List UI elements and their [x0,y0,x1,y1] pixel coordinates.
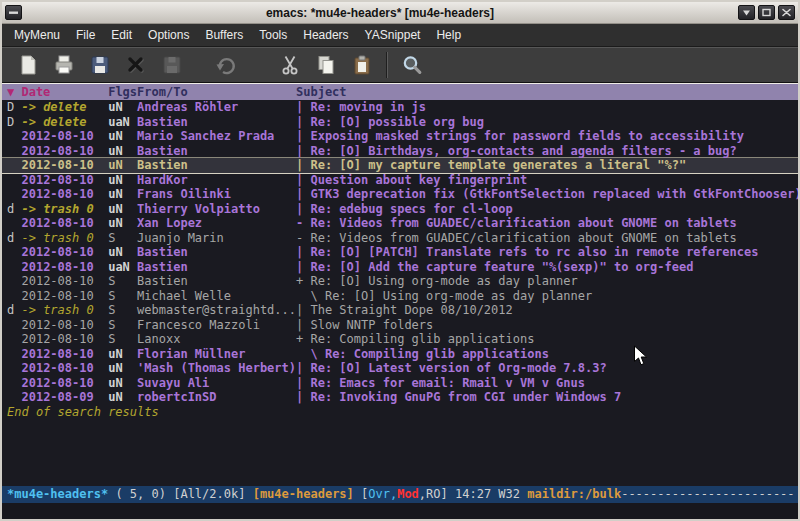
save-button[interactable] [86,51,114,79]
message-row[interactable]: 2012-08-10 S Bastien + Re: [O] Using org… [2,274,798,289]
header-line[interactable]: ▼ Date FlgsFrom/To Subject [2,84,798,100]
message-row[interactable]: 2012-08-10 uN Frans Oilinki | GTK3 depre… [2,187,798,202]
message-date: 2012-08-10 [21,129,108,143]
maximize-icon [761,8,772,17]
message-row[interactable]: 2012-08-10 S Francesco Mazzoli | Slow NN… [2,318,798,333]
message-row[interactable]: 2012-08-10 uN Bastien | Re: [O] my captu… [2,158,798,173]
message-row[interactable]: d -> trash 0 S Juanjo Marin - Re: Videos… [2,231,798,246]
message-date: 2012-08-10 [21,144,108,158]
menu-options[interactable]: Options [140,24,197,46]
action-label: -> delete [21,100,108,114]
message-from: webmaster@straightd... [137,303,296,317]
cut-button[interactable] [276,51,304,79]
message-row[interactable]: 2012-08-09 uN robertcInSD | Re: Invoking… [2,390,798,405]
menu-help[interactable]: Help [428,24,469,46]
message-from: Juanjo Marin [137,231,296,245]
menubar: MyMenuFileEditOptionsBuffersToolsHeaders… [2,24,798,47]
modeline-time: 14:27 W32 [448,487,527,501]
message-subject: Slow NNTP folders [310,318,433,332]
message-subject: Re: [O] possible org bug [310,115,483,129]
message-row[interactable]: d -> trash 0 uN Thierry Volpiatto | Re: … [2,202,798,217]
thread-indicator: \ [296,289,325,303]
message-row[interactable]: 2012-08-10 uN Mario Sanchez Prada | Expo… [2,129,798,144]
menu-yasnippet[interactable]: YASnippet [357,24,429,46]
window-menu-button[interactable] [5,5,22,20]
search-button[interactable] [398,51,426,79]
maximize-button[interactable] [758,5,775,20]
buffer-empty-space [2,419,798,486]
cut-icon [278,53,302,77]
thread-indicator: | [296,129,310,143]
mark-char [7,361,21,375]
message-list: D -> delete uN Andreas Röhler | Re: movi… [2,100,798,405]
undo-button[interactable] [212,51,240,79]
message-flags: S [108,274,137,288]
action-label: -> trash 0 [21,303,108,317]
mode-line[interactable]: *mu4e-headers* ( 5, 0) [All/2.0k] [mu4e-… [2,486,798,503]
new-file-button[interactable] [14,51,42,79]
message-row[interactable]: 2012-08-10 uN Xan Lopez - Re: Videos fro… [2,216,798,231]
message-date: 2012-08-09 [21,390,108,404]
thread-indicator: | [296,158,310,172]
message-row[interactable]: 2012-08-10 uN Florian Müllner \ Re: Comp… [2,347,798,362]
print-button[interactable] [50,51,78,79]
message-date: 2012-08-10 [21,260,108,274]
thread-indicator: | [296,318,310,332]
message-subject: Re: Emacs for email: Rmail v VM v Gnus [310,376,585,390]
mark-char [7,347,21,361]
message-row[interactable]: 2012-08-10 uN Bastien | Re: [O] [PATCH] … [2,245,798,260]
message-subject: Re: [O] Add the capture feature "%(sexp)… [310,260,693,274]
message-from: Suvayu Ali [137,376,296,390]
message-row[interactable]: D -> delete uN Andreas Röhler | Re: movi… [2,100,798,115]
close-button[interactable] [778,5,795,20]
message-date: 2012-08-10 [21,245,108,259]
message-subject: Re: Compiling glib applications [310,332,534,346]
message-from: Bastien [137,274,296,288]
menu-tools[interactable]: Tools [251,24,295,46]
copy-button[interactable] [312,51,340,79]
close-buffer-button[interactable] [122,51,150,79]
message-row[interactable]: d -> trash 0 S webmaster@straightd...| T… [2,303,798,318]
message-from: Andreas Röhler [137,100,296,114]
message-row[interactable]: 2012-08-10 uN Bastien | Re: [O] Birthday… [2,144,798,159]
mark-char [7,376,21,390]
modeline-major-mode[interactable]: [mu4e-headers] [253,487,354,501]
message-subject: Re: Compiling glib applications [325,347,549,361]
message-flags: uaN [108,260,137,274]
sort-column-date[interactable]: ▼ Date [7,85,50,99]
thread-indicator: | [296,260,310,274]
message-row[interactable]: 2012-08-10 S Michael Welle \ Re: [O] Usi… [2,289,798,304]
message-row[interactable]: 2012-08-10 uN Suvayu Ali | Re: Emacs for… [2,376,798,391]
message-from: Bastien [137,245,296,259]
mark-char [7,390,21,404]
message-row[interactable]: 2012-08-10 uN HardKor | Question about k… [2,173,798,188]
minimize-button[interactable] [738,5,755,20]
mark-char: D [7,115,21,129]
message-from: Bastien [137,260,296,274]
save-as-button[interactable] [158,51,186,79]
print-icon [52,53,76,77]
minibuffer[interactable] [2,503,798,519]
thread-indicator: + [296,274,310,288]
titlebar[interactable]: emacs: *mu4e-headers* [mu4e-headers] [2,2,798,24]
menu-edit[interactable]: Edit [103,24,140,46]
menu-buffers[interactable]: Buffers [197,24,251,46]
paste-icon [350,53,374,77]
message-row[interactable]: 2012-08-10 uaN Bastien | Re: [O] Add the… [2,260,798,275]
message-flags: uN [108,173,137,187]
menu-headers[interactable]: Headers [295,24,356,46]
message-row[interactable]: 2012-08-10 uN 'Mash (Thomas Herbert)| Re… [2,361,798,376]
message-row[interactable]: D -> delete uaN Bastien | Re: [O] possib… [2,115,798,130]
menu-file[interactable]: File [68,24,103,46]
paste-button[interactable] [348,51,376,79]
copy-icon [314,53,338,77]
message-row[interactable]: 2012-08-10 S Lanoxx + Re: Compiling glib… [2,332,798,347]
menu-mymenu[interactable]: MyMenu [6,24,68,46]
message-flags: uN [108,129,137,143]
save-icon [88,53,112,77]
message-date: 2012-08-10 [21,376,108,390]
message-subject: GTK3 deprecation fix (GtkFontSelection r… [310,187,798,201]
thread-indicator: | [296,100,310,114]
new-file-icon [16,53,40,77]
thread-indicator: | [296,173,310,187]
